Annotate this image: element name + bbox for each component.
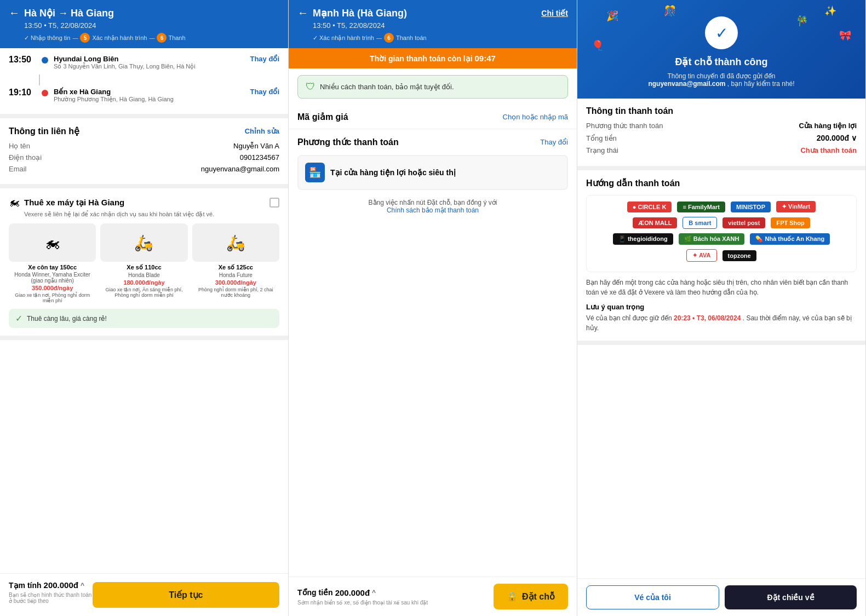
p2-step6-num: 6: [384, 33, 394, 43]
familymart-logo: ≡ FamilyMart: [677, 202, 725, 212]
payment-title: Phương thức thanh toán: [297, 137, 399, 147]
p2-total-amount: 200.000đ: [335, 588, 370, 597]
panel1-bottom-bar: Tạm tính 200.000đ ^ Bạn sẽ chọn hình thứ…: [0, 573, 288, 616]
payment-info-section: Thông tin thanh toán Phương thức thanh t…: [577, 99, 865, 170]
warning-title: Lưu ý quan trọng: [586, 303, 857, 311]
depart-info: Hyundai Long Biên Số 3 Nguyễn Văn Linh, …: [54, 55, 244, 70]
guide-title: Hướng dẫn thanh toán: [586, 178, 857, 188]
chi-tiet-button[interactable]: Chi tiết: [541, 9, 568, 18]
secure-notice: 🛡 Nhiều cách thanh toán, bảo mật tuyệt đ…: [297, 75, 568, 99]
timer-prefix: Thời gian thanh toán còn lại: [370, 54, 473, 63]
success-title: Đặt chỗ thành công: [588, 56, 854, 68]
panel1-header: ← Hà Nội → Hà Giang 13:50 • T5, 22/08/20…: [0, 0, 288, 48]
success-email: nguyenvana@gmail.com: [648, 80, 725, 88]
panel-2: ← Mạnh Hà (Hà Giang) Chi tiết 13:50 • T5…: [289, 0, 577, 616]
depart-time: 13:50: [9, 55, 36, 65]
subtitle-suffix: , bạn hãy kiểm tra nhé!: [727, 80, 795, 88]
arrive-dot: [42, 90, 48, 96]
payment-change-button[interactable]: Thay đổi: [540, 138, 568, 146]
contact-email-row: Email nguyenvana@gmail.com: [9, 165, 279, 173]
email-label: Email: [9, 165, 27, 173]
arrive-change-button[interactable]: Thay đổi: [250, 88, 279, 96]
bike-model-2: Honda Blade: [100, 272, 187, 278]
rental-section: 🏍 Thuê xe máy tại Hà Giang Vexere sẽ liê…: [0, 188, 288, 340]
panel2-bottom-bar: Tổng tiền 200.000đ ^ Sớm nhận biển số xe…: [289, 577, 577, 616]
phone-label: Điện thoại: [9, 153, 42, 162]
bike-name-2: Xe số 110cc: [100, 264, 187, 271]
contact-edit-button[interactable]: Chỉnh sửa: [245, 127, 279, 135]
payment-status-row: Trạng thái Chưa thanh toán: [586, 146, 857, 154]
step-check-icon: ✓: [24, 34, 29, 42]
step-done-1: ✓ Nhập thông tin: [24, 34, 70, 42]
p3-status-value: Chưa thanh toán: [800, 146, 857, 154]
panel1-title: Hà Nội → Hà Giang: [24, 7, 114, 19]
bike-card-2[interactable]: 🛵 Xe số 110cc Honda Blade 180.000đ/ngày …: [100, 223, 187, 303]
step-arrow-1: —: [72, 35, 78, 41]
p3-total-amount: 200.000đ: [817, 134, 849, 142]
my-ticket-button[interactable]: Vé của tôi: [586, 585, 719, 609]
payment-method-name: Tại cửa hàng tiện lợi hoặc siêu thị: [330, 168, 456, 177]
bike-img-3: 🛵: [192, 223, 279, 262]
bike-card-3[interactable]: 🛵 Xe số 125cc Honda Future 300.000đ/ngày…: [192, 223, 279, 303]
promo-text: Thuê càng lâu, giá càng rẻ!: [27, 315, 107, 323]
step6-num: 6: [157, 33, 167, 43]
ankang-logo: 💊 Nhà thuốc An Khang: [750, 233, 830, 245]
panel2-bottom-note: Sớm nhận biển số xe, số điện thoại tài x…: [297, 600, 428, 606]
promo-link-button[interactable]: Chọn hoặc nhập mã: [503, 113, 568, 121]
panel1-steps: ✓ Nhập thông tin — 5 Xác nhận hành trình…: [24, 33, 279, 43]
consent-text: Bằng việc nhấn nút Đặt chỗ, bạn đồng ý v…: [297, 199, 568, 214]
chevron-down-icon[interactable]: ∨: [851, 134, 857, 142]
bhx-logo: 🌿 Bách hóa XANH: [679, 233, 745, 245]
depart-change-button[interactable]: Thay đổi: [250, 55, 279, 63]
p3-status-label: Trạng thái: [586, 146, 618, 154]
timer-bar: Thời gian thanh toán còn lại 09:47: [289, 48, 577, 68]
success-header: 🎉 🎊 🎋 ✨ 🎈 🎀 ✓ Đặt chỗ thành công Thông t…: [577, 0, 865, 99]
p3-total-value: 200.000đ ∨: [817, 134, 857, 142]
panel1-back-button[interactable]: ←: [9, 7, 20, 19]
payment-section: Phương thức thanh toán Thay đổi 🏪 Tại cử…: [289, 129, 577, 226]
consent-link[interactable]: Chính sách bảo mật thanh toán: [387, 206, 479, 214]
phone-value: 0901234567: [240, 153, 279, 162]
dat-cho-button[interactable]: 🔒 Đặt chỗ: [494, 584, 568, 609]
chevron-icon[interactable]: ^: [81, 582, 84, 589]
payment-info-title: Thông tin thanh toán: [586, 106, 857, 116]
panel1-route: 13:50 Hyundai Long Biên Số 3 Nguyễn Văn …: [0, 48, 288, 118]
arrive-info: Bến xe Hà Giang Phường Phương Thiện, Hà …: [54, 88, 244, 103]
bike-model-3: Honda Future: [192, 272, 279, 278]
name-label: Họ tên: [9, 142, 30, 150]
panel1-bottom-note: Bạn sẽ chọn hình thức thanh toán ở bước …: [9, 592, 93, 604]
bike-model-1: Honda Winner, Yamaha Exciter (giao ngẫu …: [9, 272, 96, 284]
tgdd-logo: 📱 thegioididong: [613, 233, 673, 245]
bike-price-2: 180.000đ/ngày: [100, 279, 187, 286]
timer-value: 09:47: [475, 54, 496, 63]
p2-step-check-icon: ✓: [313, 34, 318, 42]
fptshop-logo: FPT Shop: [771, 217, 810, 228]
rental-checkbox[interactable]: [269, 198, 279, 208]
panel2-title: Mạnh Hà (Hà Giang): [313, 7, 407, 19]
panel2-back-button[interactable]: ←: [297, 7, 308, 19]
shield-icon: 🛡: [306, 81, 316, 93]
success-check-icon: ✓: [705, 16, 738, 49]
promo-row: Mã giảm giá Chọn hoặc nhập mã: [289, 105, 577, 129]
bike-price-3: 300.000đ/ngày: [192, 279, 279, 286]
panel3-bottom-bar: Vé của tôi Đặt chiều về: [577, 578, 865, 616]
contact-title: Thông tin liên hệ: [9, 126, 79, 136]
continue-button[interactable]: Tiếp tục: [93, 582, 279, 608]
bike-card-1[interactable]: 🏍 Xe côn tay 150cc Honda Winner, Yamaha …: [9, 223, 96, 303]
p3-total-label: Tổng tiền: [586, 134, 617, 142]
bike-perks-2: Giao xe tận nơi, Ăn sáng miễn phí, Phòng…: [100, 287, 187, 298]
payment-guide-section: Hướng dẫn thanh toán ● CIRCLE K ≡ Family…: [577, 170, 865, 345]
payment-method-card: 🏪 Tại cửa hàng tiện lợi hoặc siêu thị: [297, 155, 568, 190]
depart-address: Số 3 Nguyễn Văn Linh, Gia Thụy, Long Biê…: [54, 63, 244, 70]
panel2-datetime: 13:50 • T5, 22/08/2024: [313, 21, 568, 30]
return-ticket-button[interactable]: Đặt chiều về: [725, 585, 857, 609]
bike-perks-3: Phòng nghỉ dorm miễn phí, 2 chai nước kh…: [192, 287, 279, 298]
store-icon: 🏪: [305, 163, 325, 182]
rental-title: Thuê xe máy tại Hà Giang: [24, 198, 124, 208]
p2-chevron-icon[interactable]: ^: [372, 589, 376, 596]
step1-label: Nhập thông tin: [31, 34, 70, 42]
consent-prefix: Bằng việc nhấn nút Đặt chỗ, bạn đồng ý v…: [369, 199, 497, 206]
topzone-logo: topzone: [722, 250, 756, 261]
expire-date: 20:23 • T3, 06/08/2024: [674, 314, 741, 322]
bike-price-1: 350.000đ/ngày: [9, 285, 96, 291]
